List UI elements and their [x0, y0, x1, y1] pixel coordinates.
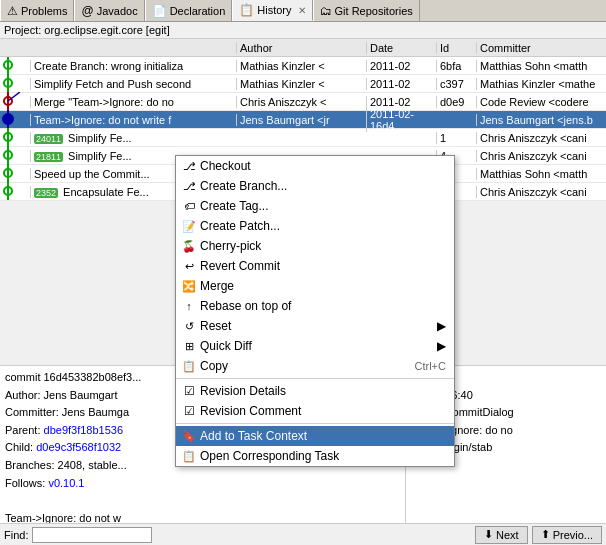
copy-icon: 📋 [181, 360, 197, 373]
open-task-icon: 📋 [181, 450, 197, 463]
prev-button[interactable]: ⬆ Previo... [532, 526, 602, 544]
menu-separator-2 [176, 423, 454, 424]
tab-problems[interactable]: ⚠ Problems [0, 0, 74, 21]
menu-label-revision-details: Revision Details [200, 384, 286, 398]
menu-item-reset[interactable]: ↺ Reset ▶ [176, 316, 454, 336]
commit-committer-7: Chris Aniszczyk <cani [476, 186, 606, 198]
parent-link[interactable]: dbe9f3f18b1536 [44, 424, 124, 436]
find-label: Find: [4, 529, 28, 541]
tag-badge-2352: 2352 [34, 188, 58, 198]
menu-item-add-task-context[interactable]: 🔖 Add to Task Context [176, 426, 454, 446]
tab-history[interactable]: 📋 History ✕ [232, 0, 312, 21]
declaration-icon: 📄 [152, 4, 167, 18]
graph-cell-4 [0, 128, 30, 148]
graph-cell-1 [0, 74, 30, 94]
menu-item-quick-diff[interactable]: ⊞ Quick Diff ▶ [176, 336, 454, 356]
table-row[interactable]: 24011 Simplify Fe... 1 Chris Aniszczyk <… [0, 129, 606, 147]
menu-item-open-task[interactable]: 📋 Open Corresponding Task [176, 446, 454, 466]
menu-item-checkout[interactable]: ⎇ Checkout [176, 156, 454, 176]
next-button[interactable]: ⬇ Next [475, 526, 528, 544]
parent-label: Parent: [5, 424, 40, 436]
prev-label: Previo... [553, 529, 593, 541]
project-label: Project: org.eclipse.egit.core [egit] [4, 24, 170, 36]
tab-javadoc[interactable]: @ Javadoc [74, 0, 144, 21]
project-bar: Project: org.eclipse.egit.core [egit] [0, 22, 606, 39]
follows-link[interactable]: v0.10.1 [48, 477, 84, 489]
col-date-header[interactable]: Date [366, 42, 436, 54]
graph-cell-3 [0, 110, 30, 130]
tag-badge-24011: 24011 [34, 134, 63, 144]
commit-msg-3: Team->Ignore: do not write f [30, 114, 236, 126]
tab-git-repos[interactable]: 🗂 Git Repositories [313, 0, 420, 21]
main-window: ⚠ Problems @ Javadoc 📄 Declaration 📋 His… [0, 0, 606, 545]
menu-item-revision-comment[interactable]: ☑ Revision Comment [176, 401, 454, 421]
menu-label-revert: Revert Commit [200, 259, 280, 273]
graph-cell-2 [0, 92, 30, 112]
graph-svg-0 [0, 57, 30, 74]
table-row[interactable]: Create Branch: wrong initializa Mathias … [0, 57, 606, 75]
commit-author-0: Mathias Kinzler < [236, 60, 366, 72]
find-input[interactable] [32, 527, 152, 543]
commit-committer-0: Matthias Sohn <matth [476, 60, 606, 72]
menu-item-create-patch[interactable]: 📝 Create Patch... [176, 216, 454, 236]
child-link[interactable]: d0e9c3f568f1032 [36, 441, 121, 453]
menu-item-revision-details[interactable]: ☑ Revision Details [176, 381, 454, 401]
graph-svg-3 [0, 110, 30, 128]
graph-svg-4 [0, 128, 30, 146]
add-task-context-icon: 🔖 [181, 430, 197, 443]
column-header: Author Date Id Committer [0, 39, 606, 57]
commit-msg-0: Create Branch: wrong initializa [30, 60, 236, 72]
commit-committer-5: Chris Aniszczyk <cani [476, 150, 606, 162]
menu-item-cherry-pick[interactable]: 🍒 Cherry-pick [176, 236, 454, 256]
menu-item-merge[interactable]: 🔀 Merge [176, 276, 454, 296]
follows-label: Follows: [5, 477, 45, 489]
git-repos-icon: 🗂 [320, 4, 332, 18]
copy-shortcut: Ctrl+C [415, 360, 446, 372]
commit-msg-4: 24011 Simplify Fe... [30, 132, 236, 144]
col-id-header[interactable]: Id [436, 42, 476, 54]
tab-declaration[interactable]: 📄 Declaration [145, 0, 233, 21]
reset-icon: ↺ [181, 320, 197, 333]
menu-item-copy[interactable]: 📋 Copy Ctrl+C [176, 356, 454, 376]
tab-problems-label: Problems [21, 5, 67, 17]
branches-value: 2408, stable... [58, 459, 127, 471]
menu-label-create-patch: Create Patch... [200, 219, 280, 233]
context-menu: ⎇ Checkout ⎇ Create Branch... 🏷 Create T… [175, 155, 455, 467]
menu-item-rebase[interactable]: ↑ Rebase on top of [176, 296, 454, 316]
menu-item-revert[interactable]: ↩ Revert Commit [176, 256, 454, 276]
tab-declaration-label: Declaration [170, 5, 226, 17]
menu-label-quick-diff: Quick Diff [200, 339, 252, 353]
merge-icon: 🔀 [181, 280, 197, 293]
graph-svg-5 [0, 146, 30, 164]
history-icon: 📋 [239, 3, 254, 17]
tab-history-close[interactable]: ✕ [298, 5, 306, 16]
commit-author-3: Jens Baumgart <jr [236, 114, 366, 126]
commit-committer-3: Jens Baumgart <jens.b [476, 114, 606, 126]
menu-label-rebase: Rebase on top of [200, 299, 291, 313]
graph-svg-6 [0, 164, 30, 182]
table-row[interactable]: Team->Ignore: do not write f Jens Baumga… [0, 111, 606, 129]
table-row[interactable]: Simplify Fetch and Push second Mathias K… [0, 75, 606, 93]
create-patch-icon: 📝 [181, 220, 197, 233]
table-row[interactable]: Merge "Team->Ignore: do no Chris Aniszcz… [0, 93, 606, 111]
tab-bar: ⚠ Problems @ Javadoc 📄 Declaration 📋 His… [0, 0, 606, 22]
menu-label-open-task: Open Corresponding Task [200, 449, 339, 463]
commit-committer-6: Matthias Sohn <matth [476, 168, 606, 180]
menu-item-create-branch[interactable]: ⎇ Create Branch... [176, 176, 454, 196]
graph-svg-7 [0, 182, 30, 200]
menu-label-merge: Merge [200, 279, 234, 293]
graph-cell-6 [0, 164, 30, 184]
commit-committer-1: Mathias Kinzler <mathe [476, 78, 606, 90]
next-arrow-icon: ⬇ [484, 528, 493, 541]
menu-item-create-tag[interactable]: 🏷 Create Tag... [176, 196, 454, 216]
commit-author-1: Mathias Kinzler < [236, 78, 366, 90]
commit-id-0: 6bfa [436, 60, 476, 72]
commit-committer-4: Chris Aniszczyk <cani [476, 132, 606, 144]
col-author-header[interactable]: Author [236, 42, 366, 54]
graph-svg-1 [0, 74, 30, 92]
revision-details-checkbox-icon: ☑ [181, 384, 197, 398]
col-committer-header[interactable]: Committer [476, 42, 606, 54]
commit-committer-2: Code Review <codere [476, 96, 606, 108]
javadoc-icon: @ [81, 4, 93, 18]
quick-diff-submenu-arrow: ▶ [437, 339, 446, 353]
